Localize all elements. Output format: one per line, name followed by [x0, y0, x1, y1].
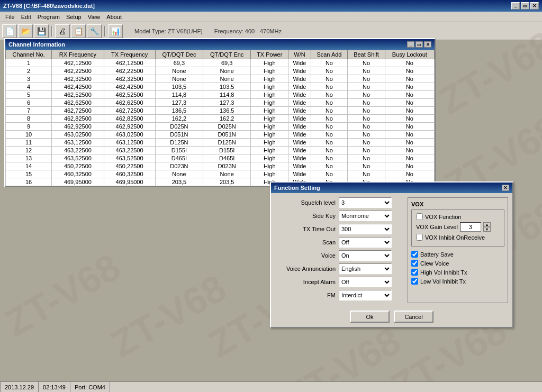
table-row[interactable]: 10463,02500463,02500D051ND051NHighWideNo…: [6, 131, 435, 139]
toolbar-open-button[interactable]: 📂: [18, 24, 33, 38]
toolbar-new-button[interactable]: 📄: [2, 24, 17, 38]
voice-select[interactable]: OnOff: [339, 250, 392, 261]
cell-9-9: No: [385, 131, 434, 139]
clew-voice-checkbox[interactable]: [411, 260, 418, 267]
dialog-close-button[interactable]: ✕: [502, 185, 509, 191]
cell-12-7: No: [311, 154, 348, 162]
toolbar: 📄 📂 💾 🖨 📋 🔧 📊 Model Type: ZT-V68(UHF) Fr…: [0, 22, 542, 40]
table-row[interactable]: 4462,42500462,42500103,5103,5HighWideNoN…: [6, 83, 435, 91]
menu-program[interactable]: Program: [34, 13, 63, 21]
menu-edit[interactable]: Edit: [18, 13, 34, 21]
col-wn: W/N: [288, 50, 311, 59]
high-vol-checkbox[interactable]: [411, 269, 418, 276]
cell-3-4: 103,5: [203, 83, 251, 91]
cell-0-3: 69,3: [155, 59, 203, 67]
table-row[interactable]: 13463,52500463,52500D465ID465IHighWideNo…: [6, 154, 435, 162]
cell-12-5: High: [251, 154, 288, 162]
squelch-level-select[interactable]: 31245: [339, 197, 392, 208]
toolbar-button-6[interactable]: 🔧: [87, 24, 102, 38]
toolbar-model-label: Model Type: ZT-V68(UHF): [134, 28, 203, 34]
cell-3-2: 462,42500: [104, 83, 155, 91]
vox-function-checkbox[interactable]: [416, 213, 423, 220]
incept-alarm-select[interactable]: OffOn: [339, 277, 392, 287]
channel-table-container[interactable]: Channel No. RX Frequency TX Frequency QT…: [5, 50, 435, 186]
table-row[interactable]: 15460,32500460,32500NoneNoneHighWideNoNo…: [6, 170, 435, 178]
cell-7-6: Wide: [288, 115, 311, 123]
table-row[interactable]: 7462,72500462,72500136,5136,5HighWideNoN…: [6, 107, 435, 115]
high-vol-row: High Vol Inhibit Tx: [411, 269, 504, 276]
cancel-button[interactable]: Cancel: [394, 311, 433, 323]
cell-14-6: Wide: [288, 170, 311, 178]
cell-6-9: No: [385, 107, 434, 115]
battery-save-checkbox[interactable]: [411, 251, 418, 258]
table-row[interactable]: 1462,12500462,1250069,369,3HighWideNoNoN…: [6, 59, 435, 67]
channel-window-minimize[interactable]: _: [407, 41, 414, 48]
vox-inhibit-row: VOX Inhibit OnReceive: [416, 234, 500, 241]
menu-file[interactable]: File: [2, 13, 18, 21]
cell-8-4: D025N: [203, 123, 251, 131]
fm-select[interactable]: InterdictAllow: [339, 290, 392, 300]
status-time: 02:13:49: [39, 382, 70, 392]
table-row[interactable]: 9462,92500462,92500D025ND025NHighWideNoN…: [6, 123, 435, 131]
toolbar-save-button[interactable]: 💾: [34, 24, 49, 38]
table-row[interactable]: 3462,32500462,32500NoneNoneHighWideNoNoN…: [6, 75, 435, 83]
cell-5-3: 127,3: [155, 99, 203, 107]
vox-inhibit-checkbox[interactable]: [416, 234, 423, 241]
cell-12-9: No: [385, 154, 434, 162]
voice-annunciation-select[interactable]: EnglishChinese: [339, 263, 392, 274]
ok-button[interactable]: Ok: [350, 311, 390, 323]
cell-0-6: Wide: [288, 59, 311, 67]
cell-1-7: No: [311, 67, 348, 75]
channel-window-close[interactable]: ✕: [424, 41, 431, 48]
restore-button[interactable]: ▭: [521, 2, 529, 10]
vox-gain-input[interactable]: [460, 222, 481, 232]
side-key-label: Side Key: [275, 213, 339, 219]
channel-window-restore[interactable]: ▭: [415, 41, 423, 48]
table-row[interactable]: 2462,22500462,22500NoneNoneHighWideNoNoN…: [6, 67, 435, 75]
table-row[interactable]: 8462,82500462,82500162,2162,2HighWideNoN…: [6, 115, 435, 123]
low-vol-checkbox[interactable]: [411, 278, 418, 285]
toolbar-print-button[interactable]: 🖨: [55, 24, 70, 38]
table-row[interactable]: 14450,22500450,22500D023ND023NHighWideNo…: [6, 162, 435, 170]
table-row[interactable]: 6462,62500462,62500127,3127,3HighWideNoN…: [6, 99, 435, 107]
close-button[interactable]: ✕: [530, 2, 539, 10]
menu-view[interactable]: View: [85, 13, 104, 21]
cell-10-6: Wide: [288, 139, 311, 147]
menu-about[interactable]: About: [103, 13, 125, 21]
vox-gain-label: VOX Gain Level: [416, 224, 458, 230]
battery-save-label: Battery Save: [420, 251, 454, 258]
toolbar-button-7[interactable]: 📊: [108, 24, 123, 38]
cell-1-6: Wide: [288, 67, 311, 75]
minimize-button[interactable]: _: [511, 2, 520, 10]
channel-window-title: Channel Information _ ▭ ✕: [5, 39, 435, 50]
cell-11-6: Wide: [288, 147, 311, 154]
cell-14-1: 460,32500: [52, 170, 104, 178]
cell-12-4: D465I: [203, 154, 251, 162]
table-row[interactable]: 12463,22500463,22500D155ID155IHighWideNo…: [6, 147, 435, 154]
cell-6-3: 136,5: [155, 107, 203, 115]
vox-gain-spinner[interactable]: ▲ ▼: [483, 222, 491, 232]
tx-timeout-select[interactable]: 30060120180240: [339, 224, 392, 234]
toolbar-button-5[interactable]: 📋: [71, 24, 86, 38]
cell-12-1: 463,52500: [52, 154, 104, 162]
battery-save-row: Battery Save: [411, 251, 504, 258]
vox-gain-up[interactable]: ▲: [483, 222, 491, 227]
title-bar: ZT-V68 [C:\BF-480\zavodskie.dat] _ ▭ ✕: [0, 0, 542, 12]
app-title: ZT-V68 [C:\BF-480\zavodskie.dat]: [3, 3, 95, 9]
cell-9-1: 463,02500: [52, 131, 104, 139]
table-row[interactable]: 5462,52500462,52500114,8114,8HighWideNoN…: [6, 91, 435, 99]
fm-label: FM: [275, 292, 339, 298]
vox-gain-row: VOX Gain Level ▲ ▼: [416, 222, 500, 232]
vox-gain-down[interactable]: ▼: [483, 227, 491, 232]
cell-7-1: 462,82500: [52, 115, 104, 123]
cell-7-0: 8: [6, 115, 52, 123]
cell-11-2: 463,22500: [104, 147, 155, 154]
scan-select[interactable]: OffOn: [339, 237, 392, 248]
cell-0-8: No: [348, 59, 385, 67]
table-row[interactable]: 11463,12500463,12500D125ND125NHighWideNo…: [6, 139, 435, 147]
side-key-select[interactable]: MonmomeNone: [339, 211, 392, 221]
cell-2-1: 462,32500: [52, 75, 104, 83]
menu-setup[interactable]: Setup: [63, 13, 85, 21]
cell-6-4: 136,5: [203, 107, 251, 115]
cell-1-3: None: [155, 67, 203, 75]
